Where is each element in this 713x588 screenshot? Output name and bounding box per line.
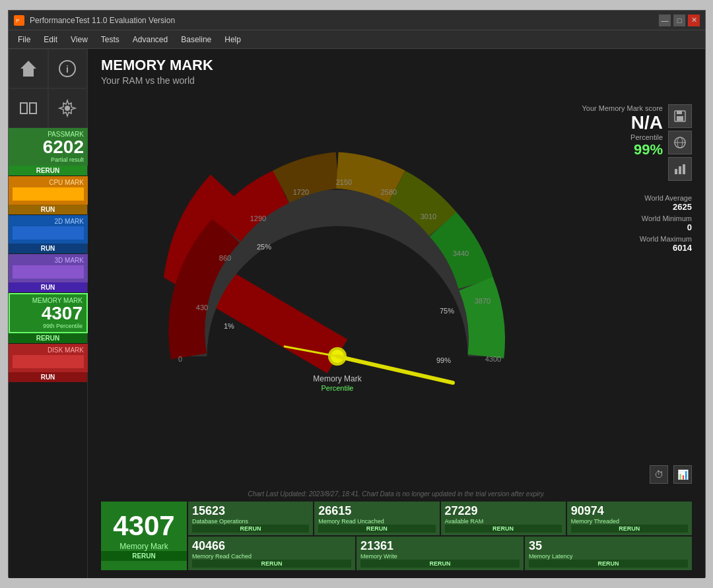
score-panel: Your Memory Mark score N/A Percentile 99… — [573, 91, 692, 463]
compare-button[interactable] — [9, 88, 48, 128]
cpu-label: CPU MARK — [13, 179, 84, 186]
menu-help[interactable]: Help — [218, 32, 248, 47]
menu-edit[interactable]: Edit — [37, 32, 64, 47]
memory-read-uncached-score: 26615 — [318, 504, 435, 518]
app-icon: P — [14, 15, 24, 26]
memory-threaded-rerun[interactable]: RERUN — [571, 525, 688, 533]
memory-threaded-box: 90974 Memory Threaded RERUN — [567, 502, 692, 535]
memory-mark-score: 4307 — [113, 511, 174, 541]
save-icon-button[interactable] — [668, 104, 692, 128]
database-ops-box: 15623 Database Operations RERUN — [188, 502, 313, 535]
memory-read-uncached-rerun[interactable]: RERUN — [318, 525, 435, 533]
svg-marker-2 — [20, 61, 36, 77]
world-avg-label: World Average — [640, 194, 692, 202]
menu-file[interactable]: File — [11, 32, 37, 47]
svg-rect-5 — [20, 103, 27, 114]
sidebar-passmark-card[interactable]: PASSMARK 6202 Partial result — [9, 128, 88, 166]
3d-run[interactable]: RUN — [9, 282, 87, 292]
sub-stats-row-2: 40466 Memory Read Cached RERUN 21361 Mem… — [188, 537, 692, 570]
database-ops-rerun[interactable]: RERUN — [192, 525, 309, 533]
available-ram-rerun[interactable]: RERUN — [445, 525, 562, 533]
svg-text:3010: 3010 — [420, 212, 436, 220]
sidebar: i PASSMARK 6202 Partial result RERUN — [9, 49, 88, 578]
gauge-bottom-icons: ⏱ 📊 — [101, 463, 692, 486]
available-ram-score: 27229 — [445, 504, 562, 518]
cpu-bar — [13, 187, 84, 201]
memory-read-cached-rerun[interactable]: RERUN — [192, 560, 351, 568]
svg-text:2580: 2580 — [380, 188, 396, 196]
2d-run[interactable]: RUN — [9, 244, 87, 253]
page-title: MEMORY MARK — [101, 57, 692, 74]
menu-tests[interactable]: Tests — [94, 32, 126, 47]
gauge-icon-1[interactable]: ⏱ — [650, 465, 668, 484]
svg-text:75%: 75% — [440, 307, 454, 315]
svg-text:99%: 99% — [436, 356, 451, 364]
svg-text:1%: 1% — [224, 322, 234, 330]
memory-mark-label: Memory Mark — [119, 542, 168, 551]
title-bar: P PerformanceTest 11.0 Evaluation Versio… — [9, 11, 705, 30]
right-icons — [668, 104, 692, 181]
svg-rect-31 — [677, 116, 683, 121]
memory-read-cached-box: 40466 Memory Read Cached RERUN — [188, 537, 355, 570]
memory-write-rerun[interactable]: RERUN — [360, 560, 520, 568]
svg-text:2150: 2150 — [335, 178, 351, 186]
svg-text:3870: 3870 — [474, 297, 490, 305]
svg-rect-6 — [30, 103, 36, 114]
svg-rect-35 — [675, 169, 677, 174]
menu-advanced[interactable]: Advanced — [126, 32, 174, 47]
memory-read-cached-label: Memory Read Cached — [192, 553, 351, 560]
menu-bar: File Edit View Tests Advanced Baseline H… — [9, 30, 705, 49]
available-ram-box: 27229 Available RAM RERUN — [441, 502, 566, 535]
svg-text:i: i — [66, 64, 69, 75]
sub-stats-row-1: 15623 Database Operations RERUN 26615 Me… — [188, 502, 692, 535]
passmark-rerun[interactable]: RERUN — [9, 166, 87, 176]
svg-text:430: 430 — [195, 304, 207, 311]
gauge-area: 0 430 860 1290 1720 2150 2580 3010 3440 … — [101, 91, 692, 463]
minimize-button[interactable]: — — [659, 15, 671, 26]
chart-icon-button[interactable] — [668, 157, 692, 181]
score-row: Your Memory Mark score N/A Percentile 99… — [582, 104, 692, 181]
content-area: MEMORY MARK Your RAM vs the world — [88, 49, 705, 578]
sidebar-memory-card[interactable]: MEMORY MARK 4307 99th Percentile — [9, 293, 88, 333]
disk-run[interactable]: RUN — [9, 372, 87, 382]
sidebar-cpu-card[interactable]: CPU MARK — [9, 176, 88, 205]
svg-point-7 — [65, 106, 70, 111]
close-button[interactable]: ✕ — [688, 15, 700, 26]
stats-grid: 4307 Memory Mark RERUN 15623 Database Op… — [101, 502, 692, 570]
cpu-run[interactable]: RUN — [9, 205, 87, 214]
svg-text:860: 860 — [219, 254, 230, 262]
sidebar-disk-card[interactable]: DISK MARK — [9, 344, 88, 372]
memory-write-box: 21361 Memory Write RERUN — [356, 537, 524, 570]
memory-mark-rerun[interactable]: RERUN — [101, 551, 187, 561]
disk-label: DISK MARK — [13, 346, 84, 354]
sidebar-3d-card[interactable]: 3D MARK — [9, 254, 88, 282]
main-window: P PerformanceTest 11.0 Evaluation Versio… — [8, 10, 706, 577]
chart-notice: Chart Last Updated: 2023/8/27, 18:41. Ch… — [101, 490, 692, 498]
bottom-area: Chart Last Updated: 2023/8/27, 18:41. Ch… — [101, 486, 692, 570]
gauge-icon-2[interactable]: 📊 — [673, 465, 692, 484]
home-button[interactable] — [9, 49, 48, 88]
memory-write-label: Memory Write — [360, 553, 520, 560]
svg-rect-30 — [677, 111, 682, 114]
sidebar-2d-card[interactable]: 2D MARK — [9, 215, 88, 244]
settings-button[interactable] — [48, 88, 88, 128]
main-layout: i PASSMARK 6202 Partial result RERUN — [9, 49, 705, 578]
memory-latency-box: 35 Memory Latency RERUN — [525, 537, 692, 570]
memory-rerun-sidebar[interactable]: RERUN — [9, 333, 87, 343]
3d-bar — [13, 265, 84, 278]
globe-icon-button[interactable] — [668, 131, 692, 154]
passmark-sub: Partial result — [13, 156, 84, 163]
svg-text:4300: 4300 — [485, 355, 500, 363]
3d-label: 3D MARK — [13, 257, 84, 264]
memory-latency-label: Memory Latency — [529, 553, 688, 560]
svg-text:Percentile: Percentile — [321, 384, 353, 392]
menu-baseline[interactable]: Baseline — [174, 32, 218, 47]
menu-view[interactable]: View — [64, 32, 94, 47]
svg-text:1290: 1290 — [250, 214, 265, 222]
svg-rect-37 — [683, 164, 685, 174]
sidebar-top-icons: i — [9, 49, 87, 88]
maximize-button[interactable]: □ — [673, 15, 685, 26]
memory-latency-rerun[interactable]: RERUN — [529, 560, 688, 568]
score-panel-value: N/A — [582, 112, 663, 133]
info-button[interactable]: i — [48, 49, 88, 88]
